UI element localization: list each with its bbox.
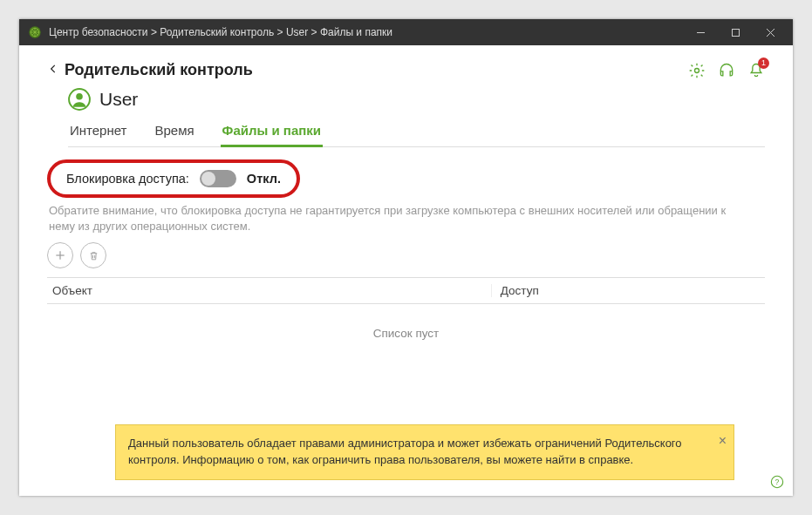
warning-text: Данный пользователь обладает правами адм… — [128, 437, 682, 466]
access-block-highlight: Блокировка доступа: Откл. — [47, 159, 300, 198]
delete-button[interactable] — [80, 242, 106, 268]
table-empty-message: Список пуст — [47, 304, 765, 363]
toggle-knob — [201, 172, 215, 186]
svg-text:?: ? — [775, 478, 780, 486]
back-arrow-icon — [47, 61, 59, 79]
app-window: Центр безопасности > Родительский контро… — [19, 19, 793, 496]
warning-close-icon[interactable]: × — [719, 430, 727, 451]
back-button[interactable]: Родительский контроль — [47, 61, 253, 79]
access-block-state: Откл. — [247, 172, 281, 186]
tabs: Интернет Время Файлы и папки — [68, 118, 765, 147]
table-header: Объект Доступ — [47, 277, 765, 304]
action-buttons — [47, 242, 765, 268]
svg-rect-3 — [732, 29, 739, 36]
close-button[interactable] — [753, 19, 788, 45]
page-title: Родительский контроль — [65, 61, 253, 79]
titlebar: Центр безопасности > Родительский контро… — [19, 19, 793, 45]
page-header: Родительский контроль 1 — [47, 61, 765, 79]
breadcrumb: Центр безопасности > Родительский контро… — [49, 26, 683, 38]
user-row: User — [68, 88, 765, 111]
access-block-toggle[interactable] — [200, 170, 236, 187]
user-avatar-icon — [68, 88, 91, 111]
help-icon[interactable]: ? — [770, 475, 784, 489]
svg-point-6 — [695, 68, 699, 72]
tab-time[interactable]: Время — [153, 118, 195, 147]
notifications-bell-icon[interactable]: 1 — [747, 62, 765, 79]
content-area: Родительский контроль 1 User — [19, 45, 793, 496]
tab-files[interactable]: Файлы и папки — [221, 118, 323, 147]
add-button[interactable] — [47, 242, 73, 268]
column-object[interactable]: Объект — [52, 284, 491, 297]
access-block-note: Обратите внимание, что блокировка доступ… — [49, 203, 747, 234]
minimize-button[interactable] — [683, 19, 718, 45]
user-name: User — [99, 89, 138, 110]
svg-point-8 — [76, 93, 83, 100]
app-logo-icon — [28, 25, 42, 39]
support-headset-icon[interactable] — [718, 62, 735, 79]
access-block-label: Блокировка доступа: — [66, 172, 189, 186]
settings-gear-icon[interactable] — [688, 62, 706, 79]
notification-badge: 1 — [758, 58, 769, 69]
admin-warning-box: Данный пользователь обладает правами адм… — [115, 424, 734, 480]
files-table: Объект Доступ Список пуст — [47, 277, 765, 363]
column-access[interactable]: Доступ — [491, 284, 760, 297]
maximize-button[interactable] — [718, 19, 753, 45]
tab-internet[interactable]: Интернет — [68, 118, 128, 147]
header-icons: 1 — [688, 62, 765, 79]
